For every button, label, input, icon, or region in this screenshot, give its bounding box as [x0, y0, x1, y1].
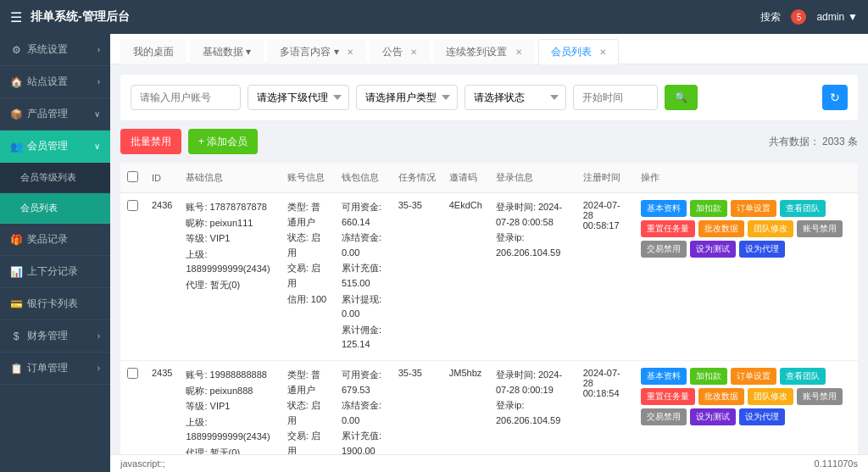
sidebar-item-member-level-list[interactable]: 会员等级列表	[0, 163, 110, 193]
sidebar-item-member-mgmt[interactable]: 👥 会员管理 ∨	[0, 130, 110, 163]
app-title: 排单系统-管理后台	[31, 9, 130, 25]
btn-查看团队[interactable]: 查看团队	[780, 368, 826, 385]
btn-加扣款[interactable]: 加扣款	[690, 200, 727, 217]
row-checkbox[interactable]	[127, 368, 138, 379]
total-count: 共有数据： 2033 条	[769, 135, 858, 149]
btn-基本资料[interactable]: 基本资料	[641, 368, 687, 385]
chevron-right-icon: ›	[97, 364, 100, 373]
row-actions: 基本资料加扣款订单设置查看团队重置任务量批改数据团队修改账号禁用交易禁用设为测试…	[634, 360, 858, 454]
card-icon: 💳	[10, 298, 22, 310]
btn-查看团队[interactable]: 查看团队	[780, 200, 826, 217]
sidebar-label-member-level-list: 会员等级列表	[20, 171, 76, 184]
sidebar-item-finance-mgmt[interactable]: $ 财务管理 ›	[0, 320, 110, 353]
row-basic-info: 账号: 19988888888昵称: peixun888等级: VIP1上级: …	[179, 360, 280, 454]
btn-设为代理[interactable]: 设为代理	[739, 241, 785, 258]
btn-交易禁用[interactable]: 交易禁用	[641, 241, 687, 258]
row-wallet-info: 可用资金: 660.14冻结资金: 0.00累计充值: 515.00累计提现: …	[335, 193, 392, 361]
sidebar-item-bank-card-list[interactable]: 💳 银行卡列表	[0, 288, 110, 320]
tab-my-desk[interactable]: 我的桌面	[120, 39, 186, 64]
tab-notice[interactable]: 公告 ✕	[370, 39, 430, 64]
sidebar-sub-member: 会员等级列表 会员列表	[0, 163, 110, 224]
sidebar-label-up-down-records: 上下分记录	[27, 264, 78, 279]
admin-menu[interactable]: admin ▼	[816, 11, 858, 23]
tab-continuous-sign[interactable]: 连续签到设置 ✕	[433, 39, 534, 64]
search-input-user-id[interactable]	[131, 85, 241, 110]
tab-close-continuous-sign[interactable]: ✕	[515, 47, 522, 57]
btn-批改数据[interactable]: 批改数据	[698, 220, 744, 237]
row-reg-time: 2024-07-28 00:58:17	[576, 193, 635, 361]
btn-团队修改[interactable]: 团队修改	[748, 220, 793, 237]
row-wallet-info: 可用资金: 679.53冻结资金: 0.00累计充值: 1900.00累计提现:…	[335, 360, 392, 454]
sidebar-item-system-settings[interactable]: ⚙ 系统设置 ›	[0, 34, 110, 66]
btn-重置任务量[interactable]: 重置任务量	[641, 220, 695, 237]
search-bar: 请选择下级代理 请选择用户类型 请选择状态 🔍 ↻	[120, 75, 858, 120]
col-id: ID	[145, 163, 179, 193]
btn-账号禁用[interactable]: 账号禁用	[797, 220, 843, 237]
hamburger-icon[interactable]: ☰	[10, 9, 22, 25]
sidebar-item-site-settings[interactable]: 🏠 站点设置 ›	[0, 66, 110, 98]
sidebar-label-member-list: 会员列表	[20, 202, 58, 214]
col-invite-code: 邀请码	[442, 163, 489, 193]
sidebar-label-site-settings: 站点设置	[27, 75, 68, 89]
top-header: ☰ 排单系统-管理后台 搜索 5 admin ▼	[0, 0, 868, 34]
btn-批改数据[interactable]: 批改数据	[698, 388, 744, 405]
refresh-button[interactable]: ↻	[822, 85, 848, 110]
batch-disable-button[interactable]: 批量禁用	[120, 129, 181, 154]
search-button[interactable]: 🔍	[665, 85, 698, 110]
btn-设为代理[interactable]: 设为代理	[739, 408, 785, 425]
row-task-info: 35-35	[392, 360, 442, 454]
add-member-button[interactable]: + 添加会员	[188, 129, 258, 154]
btn-设为测试[interactable]: 设为测试	[690, 408, 736, 425]
chevron-down-icon: ∨	[94, 109, 100, 119]
settings-icon: ⚙	[10, 44, 22, 56]
col-task-info: 任务情况	[392, 163, 442, 193]
col-login-info: 登录信息	[489, 163, 576, 193]
search-input-start-time[interactable]	[573, 85, 658, 110]
select-user-type[interactable]: 请选择用户类型	[356, 85, 458, 110]
btn-基本资料[interactable]: 基本资料	[641, 200, 687, 217]
total-count-value: 2033	[822, 136, 845, 147]
col-wallet-info: 钱包信息	[335, 163, 392, 193]
sidebar-item-gift-records[interactable]: 🎁 奖品记录	[0, 224, 110, 256]
btn-加扣款[interactable]: 加扣款	[690, 368, 727, 385]
col-account-info: 账号信息	[281, 163, 335, 193]
sidebar-item-member-list[interactable]: 会员列表	[0, 193, 110, 224]
notif-badge[interactable]: 5	[791, 9, 806, 25]
btn-订单设置[interactable]: 订单设置	[731, 368, 776, 385]
tab-label-member-list: 会员列表	[551, 46, 592, 58]
chevron-down-icon: ∨	[94, 142, 100, 151]
btn-设为测试[interactable]: 设为测试	[690, 241, 736, 258]
sidebar-item-product-mgmt[interactable]: 📦 产品管理 ∨	[0, 98, 110, 130]
table-header-row: ID 基础信息 账号信息 钱包信息 任务情况 邀请码 登录信息 注册时间 操作	[120, 163, 858, 193]
admin-label: admin	[816, 11, 844, 23]
tab-multilang[interactable]: 多语言内容 ▾ ✕	[267, 39, 366, 64]
btn-重置任务量[interactable]: 重置任务量	[641, 388, 695, 405]
sidebar-label-member-mgmt: 会员管理	[27, 139, 68, 153]
member-icon: 👥	[10, 141, 22, 153]
tab-close-multilang[interactable]: ✕	[347, 47, 353, 57]
row-invite-code: JM5hbz	[442, 360, 489, 454]
tab-label-my-desk: 我的桌面	[133, 46, 174, 58]
select-agent[interactable]: 请选择下级代理	[248, 85, 349, 110]
row-checkbox[interactable]	[127, 200, 138, 211]
tab-close-notice[interactable]: ✕	[410, 47, 417, 57]
select-all-checkbox[interactable]	[127, 171, 138, 182]
row-login-info: 登录时间: 2024-07-28 0:00:58登录ip: 206.206.10…	[489, 193, 576, 361]
tab-member-list[interactable]: 会员列表 ✕	[538, 39, 619, 64]
row-reg-time: 2024-07-28 00:18:54	[576, 360, 635, 454]
member-table: ID 基础信息 账号信息 钱包信息 任务情况 邀请码 登录信息 注册时间 操作 …	[120, 163, 858, 454]
tab-close-member-list[interactable]: ✕	[599, 47, 606, 57]
btn-交易禁用[interactable]: 交易禁用	[641, 408, 687, 425]
sidebar-item-up-down-records[interactable]: 📊 上下分记录	[0, 256, 110, 288]
row-account-info: 类型: 普通用户状态: 启用交易: 启用信用: 100	[281, 360, 335, 454]
col-checkbox	[120, 163, 145, 193]
row-actions: 基本资料加扣款订单设置查看团队重置任务量批改数据团队修改账号禁用交易禁用设为测试…	[634, 193, 858, 361]
btn-团队修改[interactable]: 团队修改	[748, 388, 793, 405]
chevron-right-icon: ›	[97, 77, 100, 86]
btn-账号禁用[interactable]: 账号禁用	[797, 388, 843, 405]
tab-basic-data[interactable]: 基础数据 ▾	[190, 39, 264, 64]
select-status[interactable]: 请选择状态	[465, 85, 566, 110]
btn-订单设置[interactable]: 订单设置	[731, 200, 776, 217]
chevron-right-icon: ›	[97, 331, 100, 341]
sidebar-item-order-mgmt[interactable]: 📋 订单管理 ›	[0, 353, 110, 385]
